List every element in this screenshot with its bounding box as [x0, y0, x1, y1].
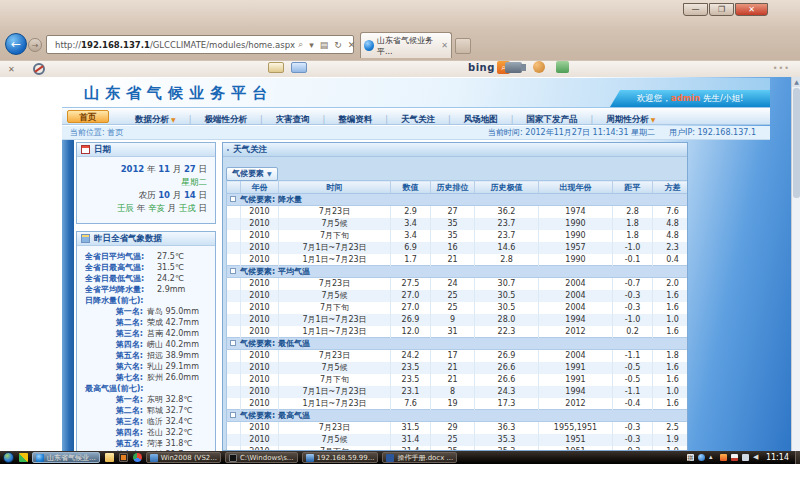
- dropdown-icon[interactable]: ▾: [309, 40, 314, 50]
- column-header[interactable]: 时间: [279, 181, 391, 194]
- menu-item-home[interactable]: 首页: [67, 110, 109, 123]
- menu-item[interactable]: 数据分析 ▼: [135, 114, 176, 124]
- mail-icon[interactable]: [268, 62, 284, 73]
- show-desktop-button[interactable]: [795, 451, 800, 464]
- browser-ball-icon[interactable]: [133, 453, 142, 462]
- tray-expand-icon[interactable]: ▴: [709, 454, 716, 461]
- table-row[interactable]: 20101月1日~7月23日7.61917.32012-0.41.6: [227, 398, 689, 410]
- rank-value[interactable]: 乳山 29.1mm: [147, 361, 199, 372]
- media-player-icon[interactable]: [119, 453, 128, 462]
- rank-value[interactable]: 东明 32.8℃: [147, 394, 192, 405]
- table-row[interactable]: 20107月23日2.92736.219742.87.6: [227, 206, 689, 218]
- menu-item[interactable]: 天气关注: [401, 114, 435, 124]
- rank-value[interactable]: 莒南 42.0mm: [147, 328, 199, 339]
- rank-value[interactable]: 崂山 40.2mm: [147, 339, 199, 350]
- taskbar-window-button[interactable]: C:\Windows\s...: [225, 452, 298, 463]
- table-row[interactable]: 20107月5候31.42535.31951-0.31.9: [227, 434, 689, 446]
- table-row[interactable]: 20107月5候27.02530.52004-0.31.6: [227, 290, 689, 302]
- group-row[interactable]: 气候要素: 最低气温: [227, 338, 689, 350]
- volume-icon[interactable]: ◀: [753, 454, 760, 461]
- menu-item[interactable]: 灾害查询: [276, 114, 310, 124]
- security-app-icon[interactable]: [19, 453, 28, 462]
- send-mail-icon[interactable]: [291, 62, 307, 73]
- rank-value[interactable]: 苍山 32.2℃: [147, 427, 192, 438]
- scrollbar-thumb[interactable]: [793, 88, 800, 198]
- taskbar-ie-button[interactable]: 山东省气候业...: [32, 452, 100, 463]
- column-header[interactable]: 方差: [653, 181, 689, 194]
- table-row[interactable]: 20107月下旬3.43523.719901.84.8: [227, 230, 689, 242]
- rank-value[interactable]: 临沂 32.4℃: [147, 416, 192, 427]
- group-row[interactable]: 气候要素: 降水量: [227, 194, 689, 206]
- refresh-icon[interactable]: ↻: [334, 40, 342, 50]
- table-row[interactable]: 20107月1日~7月23日26.9928.01994-1.01.0: [227, 314, 689, 326]
- rank-value[interactable]: 菏泽 31.8℃: [147, 438, 192, 449]
- toolbar-close-icon[interactable]: ✕: [8, 65, 15, 74]
- browser-tab[interactable]: 山东省气候业务平... ✕: [360, 32, 452, 58]
- table-row[interactable]: 20107月23日27.52430.72004-0.72.0: [227, 278, 689, 290]
- screenshot-icon[interactable]: [505, 62, 522, 73]
- menu-item[interactable]: 周期性分析 ▼: [606, 114, 655, 124]
- expand-box-icon[interactable]: [230, 412, 236, 418]
- column-header[interactable]: 距平: [613, 181, 653, 194]
- address-bar[interactable]: http://192.168.137.1/GLCCLIMATE/modules/…: [46, 35, 354, 54]
- column-header[interactable]: 历史极值: [475, 181, 539, 194]
- bing-search[interactable]: bing ⌕: [468, 61, 510, 74]
- table-row[interactable]: 20107月23日31.52936.31955,1951-0.32.5: [227, 422, 689, 434]
- new-tab-button[interactable]: [455, 38, 471, 54]
- column-header[interactable]: 年份: [241, 181, 279, 194]
- rank-value[interactable]: 青岛 95.0mm: [147, 306, 199, 317]
- share-plugin-icon[interactable]: [556, 61, 569, 73]
- rank-value[interactable]: 招远 38.9mm: [147, 350, 199, 361]
- menu-item[interactable]: 极端性分析: [204, 114, 247, 124]
- column-header[interactable]: 历史排位: [431, 181, 475, 194]
- menu-item[interactable]: 整编资料: [338, 114, 372, 124]
- download-tray-icon[interactable]: [720, 454, 727, 461]
- rank-value[interactable]: 胶州 26.0mm: [147, 372, 199, 383]
- minimize-button[interactable]: —: [683, 3, 708, 16]
- table-row[interactable]: 20101月1日~7月23日1.7212.81990-0.10.4: [227, 254, 689, 266]
- page-scrollbar[interactable]: ▲: [791, 77, 800, 451]
- forward-icon[interactable]: →: [28, 38, 42, 52]
- search-icon[interactable]: ⌕: [298, 39, 303, 50]
- language-indicator[interactable]: 拼: [687, 454, 694, 461]
- toolbar-plugins: [505, 61, 580, 73]
- column-header[interactable]: 数值: [391, 181, 431, 194]
- table-row[interactable]: 20107月23日24.21726.92004-1.11.8: [227, 350, 689, 362]
- column-header[interactable]: 出现年份: [539, 181, 613, 194]
- toolbar-overflow-icon[interactable]: •••: [773, 64, 790, 73]
- explorer-folder-icon[interactable]: [105, 453, 114, 462]
- table-row[interactable]: 20107月5候3.43523.719901.84.8: [227, 218, 689, 230]
- close-button[interactable]: ✕: [735, 3, 768, 16]
- compatibility-icon[interactable]: ▤: [320, 40, 329, 50]
- stop-icon[interactable]: ✕: [348, 40, 356, 50]
- table-row[interactable]: 20107月下旬27.02530.52004-0.31.6: [227, 302, 689, 314]
- rank-value[interactable]: 荣成 42.7mm: [147, 317, 199, 328]
- group-row[interactable]: 气候要素: 最高气温: [227, 410, 689, 422]
- table-row[interactable]: 20107月下旬23.52126.61991-0.51.6: [227, 374, 689, 386]
- expand-box-icon[interactable]: [230, 268, 236, 274]
- scroll-up-icon[interactable]: ▲: [792, 77, 800, 87]
- table-row[interactable]: 20101月1日~7月23日12.03122.320120.21.6: [227, 326, 689, 338]
- start-button[interactable]: [3, 452, 14, 463]
- weather-plugin-icon[interactable]: [533, 61, 545, 73]
- taskbar-window-button[interactable]: 操作手册.docx ...: [382, 452, 457, 463]
- menu-item[interactable]: 风场地图: [464, 114, 498, 124]
- taskbar-window-button[interactable]: Win2008 (VS2...: [146, 452, 221, 463]
- table-row[interactable]: 20107月1日~7月23日23.1824.31994-1.11.0: [227, 386, 689, 398]
- action-center-flag-icon[interactable]: [731, 454, 738, 461]
- table-row[interactable]: 20107月1日~7月23日6.91614.61957-1.02.3: [227, 242, 689, 254]
- back-icon[interactable]: ←: [5, 33, 27, 55]
- maximize-button[interactable]: ❐: [709, 3, 734, 16]
- rank-value[interactable]: 郓城 32.7℃: [147, 405, 192, 416]
- taskbar-window-button[interactable]: 192.168.59.99...: [302, 452, 379, 463]
- expand-box-icon[interactable]: [230, 196, 236, 202]
- table-row[interactable]: 20107月5候23.52126.61991-0.51.6: [227, 362, 689, 374]
- skype-tray-icon[interactable]: [698, 454, 705, 461]
- plugin-logo-icon[interactable]: [33, 63, 45, 75]
- menu-item[interactable]: 国家下发产品: [526, 114, 577, 124]
- tab-close-icon[interactable]: ✕: [441, 41, 448, 50]
- climate-element-button[interactable]: 气候要素▼: [226, 167, 278, 181]
- group-row[interactable]: 气候要素: 平均气温: [227, 266, 689, 278]
- expand-box-icon[interactable]: [230, 340, 236, 346]
- network-icon[interactable]: [742, 454, 749, 461]
